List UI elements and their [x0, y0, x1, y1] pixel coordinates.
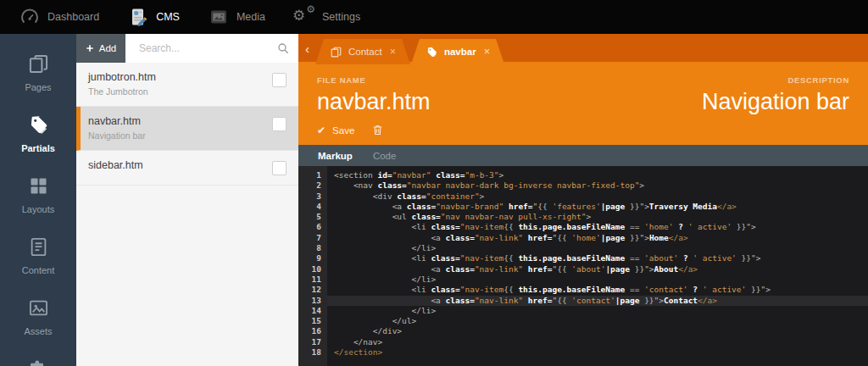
- description-block: DESCRIPTION Navigation bar: [702, 75, 849, 145]
- layouts-icon: [27, 175, 50, 197]
- mode-tab-code[interactable]: Code: [373, 151, 397, 161]
- line-number: 3: [298, 191, 321, 202]
- sidebar-item-assets[interactable]: Assets: [0, 286, 76, 347]
- description-value[interactable]: Navigation bar: [702, 89, 849, 115]
- line-number: 14: [298, 306, 321, 316]
- code-line-3: <div class="container">: [334, 191, 868, 202]
- editor-mode-tabs: MarkupCode: [298, 145, 868, 166]
- media-icon: [209, 7, 229, 27]
- add-button-label: Add: [99, 43, 116, 53]
- tab-close-icon[interactable]: ×: [484, 46, 490, 58]
- tag-icon: [426, 46, 438, 58]
- document-tab-contact[interactable]: Contact×: [315, 39, 410, 64]
- sidebar-item-label: Assets: [24, 326, 52, 336]
- puzzle-icon: [27, 358, 50, 366]
- line-number: 1: [298, 170, 321, 180]
- line-number: 18: [298, 347, 321, 358]
- line-number: 8: [298, 243, 321, 253]
- file-name: sidebar.htm: [88, 159, 272, 171]
- file-row-jumbotron.htm[interactable]: jumbotron.htmThe Jumbotron: [76, 63, 298, 107]
- topbar-item-media[interactable]: Media: [194, 0, 280, 34]
- sidebar-item-label: Layouts: [22, 204, 55, 214]
- cms-sidebar: PagesPartialsLayoutsContentAssetsCompone…: [0, 34, 76, 366]
- file-name: jumbotron.htm: [88, 71, 272, 83]
- save-button[interactable]: ✔ Save: [317, 125, 354, 136]
- main-layout: PagesPartialsLayoutsContentAssetsCompone…: [0, 34, 868, 366]
- mode-tab-markup[interactable]: Markup: [318, 151, 353, 161]
- save-button-label: Save: [332, 125, 354, 136]
- line-number: 9: [298, 253, 321, 263]
- sidebar-item-label: Pages: [25, 82, 51, 92]
- document-tab-navbar[interactable]: navbar×: [411, 39, 504, 64]
- sidebar-item-partials[interactable]: Partials: [0, 103, 76, 164]
- code-line-6: <li class="nav-item{{ this.page.baseFile…: [334, 222, 868, 232]
- file-name-value[interactable]: navbar.htm: [317, 89, 431, 115]
- code-line-11: </li>: [334, 274, 868, 285]
- code-editor[interactable]: 123456789101112131415161718 <section id=…: [298, 166, 868, 366]
- partials-list-panel: Add jumbotron.htmThe Jumbotronnavbar.htm…: [76, 34, 298, 366]
- code-line-13: <a class="nav-link" href="{{ 'contact'|p…: [327, 296, 868, 306]
- code-line-8: </li>: [334, 243, 868, 253]
- line-number: 15: [298, 316, 321, 326]
- line-number: 5: [298, 212, 321, 222]
- tab-scroll-left-chevron-icon[interactable]: ‹: [300, 42, 315, 58]
- file-checkbox[interactable]: [272, 161, 287, 175]
- tab-label: Contact: [348, 47, 382, 57]
- file-name-block: FILE NAME navbar.htm ✔ Save: [317, 75, 431, 145]
- sidebar-item-pages[interactable]: Pages: [0, 42, 76, 103]
- code-line-2: <nav class="navbar navbar-dark bg-invers…: [334, 180, 868, 191]
- code-line-10: <a class="nav-link" href="{{ 'about'|pag…: [334, 264, 868, 274]
- sidebar-item-label: Content: [22, 265, 55, 275]
- partials-file-list: jumbotron.htmThe Jumbotronnavbar.htmNavi…: [76, 63, 298, 366]
- line-number: 7: [298, 233, 321, 243]
- code-content: <section id="navbar" class="m-b-3"> <nav…: [327, 166, 868, 366]
- topbar-item-label: Dashboard: [47, 11, 99, 23]
- file-info: jumbotron.htmThe Jumbotron: [88, 71, 272, 97]
- gears-icon: ⚙⚙: [294, 7, 314, 27]
- search-input[interactable]: [137, 42, 276, 55]
- code-line-5: <ul class="nav navbar-nav pull-xs-right"…: [334, 212, 868, 222]
- line-number: 12: [298, 285, 321, 295]
- file-checkbox[interactable]: [272, 117, 287, 131]
- sidebar-item-components[interactable]: Components: [0, 347, 76, 366]
- cms-icon: [128, 7, 148, 27]
- tag-icon: [27, 114, 50, 136]
- top-navigation-bar: DashboardCMSMedia⚙⚙Settings: [0, 0, 868, 34]
- add-button[interactable]: Add: [76, 34, 125, 63]
- line-number-gutter: 123456789101112131415161718: [298, 166, 327, 366]
- file-row-sidebar.htm[interactable]: sidebar.htm: [76, 151, 298, 186]
- pages-icon: [330, 46, 342, 58]
- code-line-12: <li class="nav-item{{ this.page.baseFile…: [334, 285, 868, 295]
- line-number: 11: [298, 274, 321, 285]
- file-info: sidebar.htm: [88, 159, 272, 175]
- toolbar: ✔ Save: [317, 124, 431, 136]
- file-description: Navigation bar: [88, 130, 272, 141]
- search-box: [125, 34, 298, 63]
- assets-icon: [27, 297, 50, 319]
- document-tab-bar: ‹ Contact×navbar×: [298, 34, 868, 64]
- file-info: navbar.htmNavigation bar: [88, 115, 272, 141]
- topbar-item-label: Media: [236, 11, 265, 23]
- file-name: navbar.htm: [88, 115, 272, 127]
- topbar-item-settings[interactable]: ⚙⚙Settings: [280, 0, 375, 34]
- code-line-1: <section id="navbar" class="m-b-3">: [334, 170, 868, 180]
- file-row-navbar.htm[interactable]: navbar.htmNavigation bar: [76, 107, 298, 151]
- file-description: The Jumbotron: [88, 86, 272, 97]
- line-number: 2: [298, 180, 321, 191]
- topbar-item-label: CMS: [156, 11, 180, 23]
- tab-close-icon[interactable]: ×: [390, 46, 396, 58]
- delete-button[interactable]: [371, 124, 384, 136]
- line-number: 4: [298, 202, 321, 212]
- sidebar-item-content[interactable]: Content: [0, 225, 76, 286]
- sidebar-item-layouts[interactable]: Layouts: [0, 164, 76, 225]
- content-icon: [27, 236, 50, 258]
- file-checkbox[interactable]: [272, 73, 287, 87]
- tab-label: navbar: [444, 47, 476, 57]
- list-panel-header: Add: [76, 34, 298, 63]
- file-name-label: FILE NAME: [317, 75, 431, 85]
- plus-icon: [86, 44, 94, 53]
- code-line-17: </nav>: [334, 337, 868, 347]
- topbar-item-cms[interactable]: CMS: [114, 0, 194, 34]
- gauge-icon: [19, 7, 40, 27]
- topbar-item-dashboard[interactable]: Dashboard: [5, 0, 114, 34]
